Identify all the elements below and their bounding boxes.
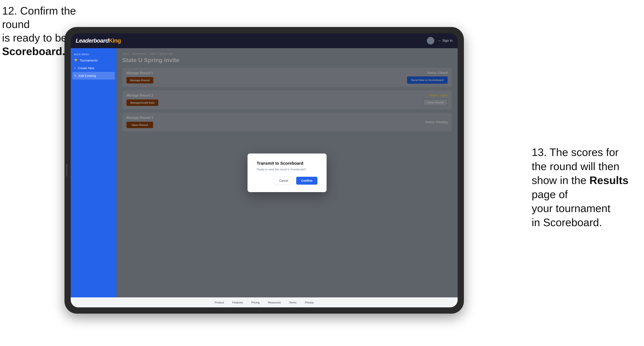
header-right: → Sign In <box>427 37 453 44</box>
trophy-icon: 🏆 <box>74 59 78 62</box>
footer-link-pricing[interactable]: Pricing <box>251 301 260 304</box>
modal-title: Transmit to Scoreboard <box>257 161 318 166</box>
footer-link-resources[interactable]: Resources <box>268 301 281 304</box>
sidebar-section-label: MAIN MENU <box>71 51 116 56</box>
logo-text: LeaderboardKing <box>76 37 121 44</box>
sidebar-item-tournaments[interactable]: 🏆 Tournaments <box>71 56 116 64</box>
sidebar-edit-existing-label: Edit Existing <box>79 74 96 77</box>
modal-buttons: Cancel Confirm <box>257 177 318 185</box>
sidebar-create-new-label: Create New <box>78 66 94 70</box>
tablet: LeaderboardKing → Sign In MAIN MENU 🏆 To… <box>64 27 464 314</box>
tablet-side-button <box>66 164 68 176</box>
modal-box: Transmit to Scoreboard Ready to send thi… <box>248 154 326 192</box>
modal-cancel-button[interactable]: Cancel <box>274 177 294 185</box>
annotation-bottom: 13. The scores for the round will then s… <box>532 145 640 230</box>
app-layout: MAIN MENU 🏆 Tournaments + Create New ✎ E… <box>71 48 458 297</box>
sidebar-tournaments-label: Tournaments <box>80 59 98 62</box>
sidebar-item-create-new[interactable]: + Create New <box>71 64 116 72</box>
footer-link-privacy[interactable]: Privacy <box>305 301 314 304</box>
logo-area: LeaderboardKing <box>76 37 121 44</box>
sidebar-item-edit-existing[interactable]: ✎ Edit Existing <box>72 72 115 80</box>
footer-link-product[interactable]: Product <box>215 301 224 304</box>
edit-icon: ✎ <box>74 74 76 77</box>
modal-confirm-button[interactable]: Confirm <box>296 177 318 185</box>
app-footer: Product Features Pricing Resources Terms… <box>71 297 458 307</box>
footer-link-features[interactable]: Features <box>232 301 243 304</box>
tablet-screen: LeaderboardKing → Sign In MAIN MENU 🏆 To… <box>71 33 458 307</box>
app-header: LeaderboardKing → Sign In <box>71 33 458 48</box>
sidebar: MAIN MENU 🏆 Tournaments + Create New ✎ E… <box>71 48 116 297</box>
sign-in-button[interactable]: → Sign In <box>438 39 453 43</box>
avatar <box>427 37 434 44</box>
footer-link-terms[interactable]: Terms <box>289 301 296 304</box>
modal-overlay: Transmit to Scoreboard Ready to send thi… <box>116 48 458 297</box>
plus-icon: + <box>74 66 76 70</box>
main-content: Home / Tournaments / State U Spring Invi… <box>116 48 458 297</box>
modal-subtitle: Ready to send this round to Scoreboard? <box>257 168 318 171</box>
